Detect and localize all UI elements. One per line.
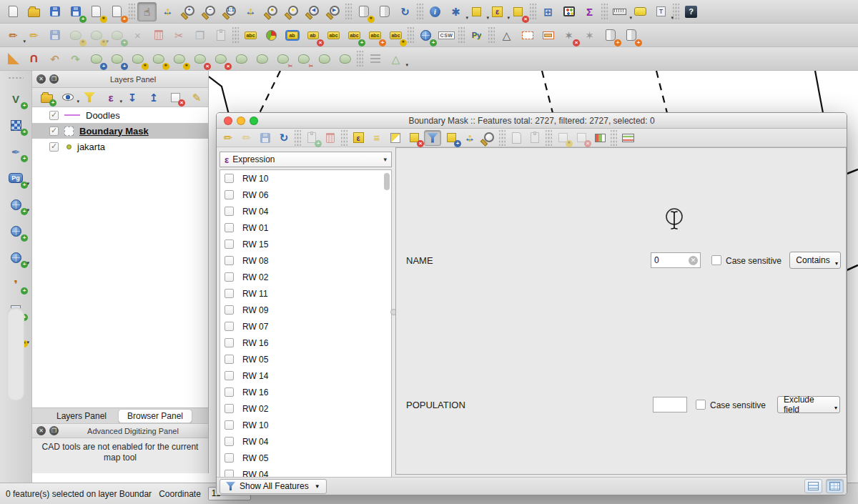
- save-icon[interactable]: [45, 2, 64, 21]
- feature-row[interactable]: RW 06: [220, 187, 391, 203]
- zoom-out-icon[interactable]: −: [199, 2, 219, 21]
- feature-row[interactable]: RW 08: [220, 252, 391, 269]
- file-new-icon[interactable]: [4, 2, 23, 21]
- feature-row[interactable]: RW 09: [220, 302, 391, 318]
- layer-row-jakarta[interactable]: jakarta: [32, 139, 208, 154]
- measure-icon[interactable]: ▾: [610, 2, 629, 21]
- style-wand-icon[interactable]: ✶×: [559, 26, 578, 45]
- extent-rectangle-icon[interactable]: [518, 26, 537, 45]
- layer-checkbox[interactable]: [49, 142, 59, 152]
- map-refresh-icon[interactable]: ↻: [395, 2, 415, 21]
- zoom-full-extent-icon[interactable]: [241, 2, 260, 21]
- add-raster-layer-icon[interactable]: +: [5, 116, 26, 134]
- rotate-feature-icon[interactable]: +: [87, 49, 106, 69]
- style-docs-check-icon[interactable]: +: [601, 26, 620, 45]
- add-spatialite-layer-icon[interactable]: ✒+: [5, 142, 26, 161]
- label-pin-icon[interactable]: ab×: [303, 26, 322, 45]
- dialog-titlebar[interactable]: Boundary Mask :: Features total: 2727, f…: [217, 113, 847, 129]
- text-annotation-icon[interactable]: T▾: [651, 2, 671, 21]
- add-delimited-text-layer-icon[interactable]: ❜+: [5, 275, 26, 293]
- field-calculator-icon[interactable]: [559, 2, 578, 21]
- feature-checkbox[interactable]: [225, 404, 234, 413]
- close-window-button[interactable]: [224, 117, 232, 125]
- delete-selected-features-icon[interactable]: [322, 130, 339, 146]
- zoom-to-layer-icon[interactable]: ■: [262, 2, 281, 21]
- feature-row[interactable]: RW 05: [220, 450, 391, 466]
- run-feature-action-icon[interactable]: ✱▾: [446, 2, 465, 21]
- label-highlighted-icon[interactable]: ab: [282, 26, 302, 45]
- simplify-feature-icon[interactable]: +: [107, 49, 127, 69]
- feature-checkbox[interactable]: [225, 453, 234, 463]
- copy-selected-rows-icon[interactable]: [508, 130, 525, 146]
- feature-row[interactable]: RW 16: [220, 384, 391, 400]
- label-layer-icon[interactable]: abc: [241, 26, 260, 45]
- name-operator-button[interactable]: Contains: [789, 252, 841, 269]
- label-move-icon[interactable]: abc+: [345, 26, 364, 45]
- feature-checkbox[interactable]: [225, 322, 234, 331]
- paste-rows-icon[interactable]: [526, 130, 543, 146]
- delete-part-icon[interactable]: ×: [211, 49, 230, 69]
- filter-legend-icon[interactable]: [81, 89, 98, 105]
- toggle-editing-icon[interactable]: ✏: [220, 130, 237, 146]
- minimize-window-button[interactable]: [237, 117, 245, 125]
- name-case-sensitive-checkbox[interactable]: [711, 255, 721, 265]
- merge-features-icon[interactable]: [315, 49, 334, 69]
- feature-row[interactable]: RW 04: [220, 203, 391, 219]
- form-view-icon[interactable]: [804, 479, 822, 493]
- pan-to-selection-icon[interactable]: [158, 2, 177, 21]
- float-panel-icon[interactable]: ❐: [49, 426, 59, 435]
- composer-manager-icon[interactable]: +: [107, 2, 127, 21]
- feature-row[interactable]: RW 10: [220, 170, 391, 187]
- save-edits-icon[interactable]: [257, 130, 274, 146]
- north-arrow-decoration-icon[interactable]: △: [497, 26, 516, 45]
- layer-checkbox[interactable]: [49, 111, 59, 120]
- population-filter-input[interactable]: [653, 397, 687, 412]
- feature-row[interactable]: RW 02: [220, 269, 391, 285]
- feature-row[interactable]: RW 04: [220, 433, 391, 450]
- close-panel-icon[interactable]: ✕: [36, 74, 46, 84]
- new-field-icon[interactable]: ＊: [554, 130, 571, 146]
- reshape-features-icon[interactable]: [232, 49, 251, 69]
- feature-row[interactable]: RW 14: [220, 367, 391, 384]
- expand-all-icon[interactable]: ↧: [124, 89, 141, 105]
- layer-checkbox[interactable]: [49, 127, 59, 136]
- feature-row[interactable]: RW 11: [220, 285, 391, 302]
- label-visibility-icon[interactable]: abc: [324, 26, 343, 45]
- clear-input-icon[interactable]: ✕: [689, 256, 698, 265]
- tab-browser-panel[interactable]: Browser Panel: [118, 409, 192, 423]
- feature-row[interactable]: RW 10: [220, 417, 391, 433]
- layer-row-boundary-mask[interactable]: Boundary Mask: [32, 123, 208, 139]
- feature-checkbox[interactable]: [225, 338, 234, 347]
- list-scrollbar[interactable]: [384, 173, 390, 190]
- node-tool-icon[interactable]: ＊▾: [87, 26, 106, 45]
- delete-selected-icon[interactable]: [149, 26, 168, 45]
- pan-map-icon[interactable]: ☝: [137, 2, 157, 21]
- feature-checkbox[interactable]: [225, 223, 234, 232]
- filter-form-mode-icon[interactable]: [424, 130, 441, 146]
- identify-features-icon[interactable]: i: [425, 2, 445, 21]
- feature-checkbox[interactable]: [225, 355, 234, 364]
- show-statistics-icon[interactable]: Σ: [580, 2, 599, 21]
- add-postgis-layer-icon[interactable]: Pg+▾: [5, 169, 26, 187]
- add-wms-layer-icon[interactable]: +▾: [5, 195, 26, 214]
- feature-checkbox[interactable]: [225, 305, 234, 315]
- expression-filter-dropdown[interactable]: ε Expression: [220, 152, 392, 167]
- metasearch-icon[interactable]: +: [416, 26, 435, 45]
- add-ring-icon[interactable]: ＊: [128, 49, 147, 69]
- filter-by-expression-icon[interactable]: ε▾: [102, 89, 119, 105]
- map-tips-icon[interactable]: [631, 2, 650, 21]
- add-feature-icon[interactable]: +: [303, 130, 320, 146]
- feature-checkbox[interactable]: [225, 190, 234, 199]
- layer-visibility-icon[interactable]: ▾: [59, 89, 77, 105]
- zoom-native-icon[interactable]: 1:1: [220, 2, 240, 21]
- fill-ring-icon[interactable]: ＊: [169, 49, 189, 69]
- redo-icon[interactable]: ↷: [66, 49, 85, 69]
- zoom-to-selection-icon[interactable]: [480, 130, 497, 146]
- table-view-icon[interactable]: [826, 479, 844, 493]
- close-panel-icon[interactable]: ✕: [36, 426, 46, 435]
- feature-checkbox[interactable]: [225, 272, 234, 282]
- rotate-point-symbols-icon[interactable]: △▾: [386, 49, 405, 69]
- collapse-all-icon[interactable]: ↥: [145, 89, 162, 105]
- select-by-expression-icon[interactable]: ε: [350, 130, 367, 146]
- multiedit-attributes-icon[interactable]: [365, 49, 385, 69]
